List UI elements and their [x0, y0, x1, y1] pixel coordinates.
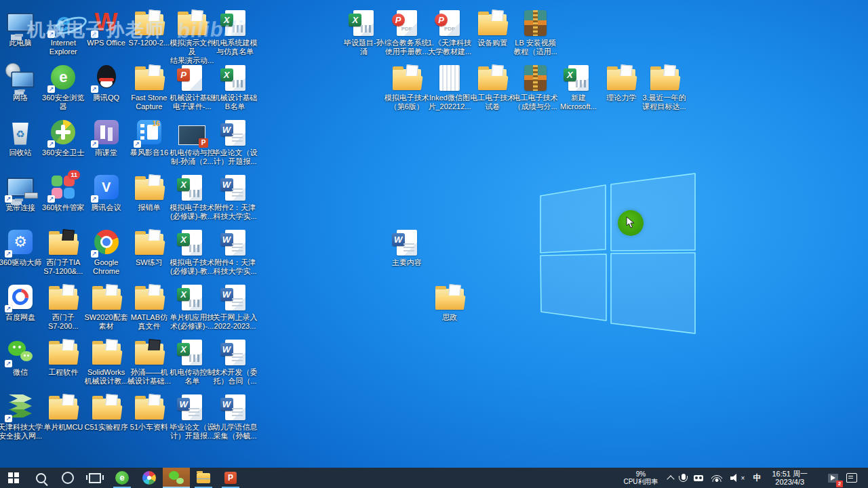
360-browser-icon: e [115, 471, 129, 485]
shortcut-arrow-icon: ↗ [91, 140, 98, 148]
desktop-icon-jixie-sheji-roster[interactable]: X机械设计基础 B名单 [210, 62, 261, 115]
camera-icon [694, 475, 703, 481]
shortcut-arrow-icon: ↗ [91, 30, 98, 38]
shortcut-arrow-icon: ↗ [5, 305, 12, 312]
taskbar-search[interactable] [27, 468, 54, 488]
cpu-usage-label: CPU利用率 [623, 478, 658, 485]
word-icon: W [210, 117, 261, 148]
wechat-icon [169, 471, 184, 485]
desktop-icon-fujian-4[interactable]: W附件4：天津 科技大学实... [210, 226, 261, 279]
taskbar-colorful-browser[interactable] [136, 468, 163, 488]
file-explorer-icon [197, 473, 210, 483]
desktop-wallpaper[interactable]: 此电脑e↗Internet ExplorerW↗WPS OfficeS7-120… [0, 0, 868, 468]
folder-icon [424, 281, 475, 312]
windows-desktop: 此电脑e↗Internet ExplorerW↗WPS OfficeS7-120… [0, 0, 868, 488]
volume-muted-icon [730, 474, 739, 482]
tray-expand-button[interactable] [664, 468, 677, 488]
desktop-icon-zhuyao-neirong[interactable]: W主要内容 [381, 226, 433, 279]
icon-label: 幼儿学语信息 采集（孙毓... [210, 423, 261, 441]
microphone-tray-item[interactable] [677, 468, 690, 488]
volume-mute-x: × [741, 474, 745, 482]
word-icon: W [210, 336, 261, 367]
taskbar-clock[interactable]: 16:51 周一 2023/4/3 [765, 468, 814, 488]
system-tray: 9% CPU利用率 × 中 16:51 周一 2023/4/3 2 [618, 468, 868, 488]
start-icon [8, 472, 19, 483]
taskbar-start[interactable] [0, 468, 27, 488]
cortana-icon [62, 472, 74, 484]
icon-label: LB 安装视频 教程（适用... [510, 39, 561, 56]
icon-label: 技术开发（委 托）合同（... [210, 368, 261, 386]
camera-tray-item[interactable] [690, 468, 707, 488]
shortcut-arrow-icon: ↗ [47, 195, 55, 203]
icon-label: 毕业论文（设 计）开题报... [210, 148, 261, 166]
microphone-icon [682, 474, 686, 480]
desktop-icon-sizheng[interactable]: 思政 [424, 281, 475, 334]
taskbar-items: eP [0, 468, 244, 488]
shortcut-arrow-icon: ↗ [47, 85, 55, 93]
word-icon: W [210, 391, 261, 422]
shortcut-arrow-icon: ↗ [5, 250, 12, 258]
action-center-icon [846, 473, 857, 483]
taskbar-cortana[interactable] [54, 468, 81, 488]
screen-recorder-tray-item[interactable]: 2 [824, 468, 842, 488]
search-icon [36, 473, 46, 483]
word-icon: W [210, 226, 261, 258]
shortcut-arrow-icon: ↗ [91, 195, 98, 203]
cpu-usage-widget[interactable]: 9% CPU利用率 [618, 468, 663, 488]
wifi-icon [711, 474, 722, 482]
desktop-icon-jd-modeling-roster[interactable]: X机电系统建模 与仿真名单 [210, 7, 261, 60]
shortcut-arrow-icon: ↗ [134, 140, 141, 148]
colorful-browser-icon [142, 471, 156, 485]
shortcut-arrow-icon: ↗ [47, 30, 55, 38]
cpu-usage-value: 9% [636, 470, 646, 478]
excel-icon: X [210, 62, 261, 93]
action-center-button[interactable] [842, 468, 864, 488]
shortcut-arrow-icon: ↗ [5, 195, 12, 203]
icon-label: 主要内容 [381, 258, 433, 267]
taskbar-file-explorer[interactable] [190, 468, 217, 488]
desktop-icon-biye-lunwen-1[interactable]: W毕业论文（设 计）开题报... [210, 117, 261, 169]
ime-indicator[interactable]: 中 [749, 468, 765, 488]
desktop-icon-youer-xueyu[interactable]: W幼儿学语信息 采集（孙毓... [210, 391, 261, 444]
word-icon: W [210, 171, 261, 203]
icon-label: 思政 [424, 313, 475, 322]
shortcut-arrow-icon: ↗ [5, 360, 12, 367]
taskbar: eP 9% CPU利用率 × 中 16:51 周一 2023/4/3 2 [0, 468, 868, 488]
icon-label: 附件4：天津 科技大学实... [210, 258, 261, 276]
icon-label: 机电系统建模 与仿真名单 [210, 39, 261, 56]
shortcut-arrow-icon: ↗ [47, 140, 55, 148]
desktop-icon-fujian-2[interactable]: W附件2：天津 科技大学实... [210, 171, 261, 224]
taskbar-360-browser[interactable]: e [108, 468, 136, 488]
icon-label: 附件2：天津 科技大学实... [210, 203, 261, 221]
network-tray-item[interactable] [707, 468, 726, 488]
folder-icon [639, 62, 690, 93]
notification-badge: 11 [68, 170, 80, 180]
desktop-icon-wangshang-luru[interactable]: W关于网上录入 2022-2023... [210, 281, 261, 334]
rar-icon [510, 7, 561, 38]
shortcut-arrow-icon: ↗ [91, 250, 98, 258]
clock-date: 2023/4/3 [775, 478, 804, 486]
chevron-up-icon [667, 475, 674, 483]
icon-label: 机械设计基础 B名单 [210, 94, 261, 111]
word-icon: W [381, 226, 433, 258]
desktop-icon-course-target[interactable]: 3.最近一年的 课程目标达... [639, 62, 690, 115]
clock-time: 16:51 周一 [772, 470, 808, 478]
powerpoint-icon: P [224, 472, 237, 484]
desktop-icon-jishu-kaifa[interactable]: W技术开发（委 托）合同（... [210, 336, 261, 389]
excel-icon: X [210, 7, 261, 38]
icon-grid: 此电脑e↗Internet ExplorerW↗WPS OfficeS7-120… [0, 0, 868, 468]
shortcut-arrow-icon: ↗ [91, 85, 98, 93]
desktop-icon-lb-install-video[interactable]: LB 安装视频 教程（适用... [510, 7, 561, 60]
taskbar-powerpoint[interactable]: P [217, 468, 244, 488]
volume-tray-item[interactable]: × [726, 468, 749, 488]
taskbar-task-view[interactable] [81, 468, 108, 488]
icon-label: 3.最近一年的 课程目标达... [639, 94, 690, 111]
taskbar-wechat[interactable] [163, 468, 190, 488]
task-view-icon [89, 473, 101, 483]
icon-label: 关于网上录入 2022-2023... [210, 313, 261, 331]
word-icon: W [210, 281, 261, 312]
shortcut-arrow-icon: ↗ [5, 415, 12, 422]
